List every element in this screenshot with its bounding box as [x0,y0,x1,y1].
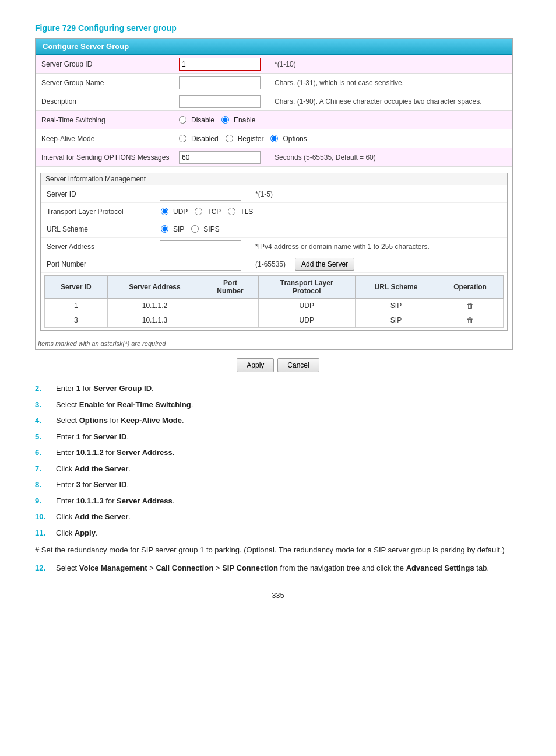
transport-radios: UDP TCP TLS [157,205,507,218]
table-row: 1 10.1.1.2 UDP SIP 🗑 [45,299,504,313]
cell-server-id: 3 [45,313,108,328]
tls-label[interactable]: TLS [240,208,253,216]
col-server-id: Server ID [45,276,108,299]
step12-bold3: SIP Connection [222,564,278,572]
cell-operation[interactable]: 🗑 [437,299,504,313]
note-text: # Set the redundancy mode for SIP server… [35,544,521,556]
interval-input[interactable] [179,151,261,164]
server-address-hint: *IPv4 address or domain name with 1 to 2… [251,242,507,252]
step12-bold4: Advanced Settings [406,564,474,572]
server-address-label: Server Address [41,240,157,253]
step-text: Enter 3 for Server ID. [56,479,521,491]
url-scheme-radios: SIP SIPS [157,223,507,236]
instruction-item: 8.Enter 3 for Server ID. [35,479,521,491]
udp-radio-group: UDP [157,205,191,218]
footnote: Items marked with an asterisk(*) are req… [38,340,512,347]
col-port-number: PortNumber [202,276,258,299]
step12-sep1: > [147,564,156,572]
real-time-switching-label: Real-Time Switching [36,114,175,127]
cell-port [202,299,258,313]
step12-text: Select Voice Management > Call Connectio… [56,562,521,574]
keep-alive-options-label[interactable]: Options [283,135,307,143]
figure-title: Figure 729 Configuring server group [35,23,521,33]
udp-radio[interactable] [161,208,168,215]
cell-operation[interactable]: 🗑 [437,313,504,328]
step-text: Click Apply. [56,527,521,539]
server-id-hint: *(1-5) [251,189,507,200]
server-group-id-label: Server Group ID [36,58,175,71]
apply-button[interactable]: Apply [237,358,274,372]
keep-alive-register-label[interactable]: Register [238,135,264,143]
keep-alive-disabled-radio[interactable] [179,135,186,142]
real-time-disable-label[interactable]: Disable [191,116,214,124]
step-text: Click Add the Server. [56,463,521,475]
disable-radio-group: Disable [175,114,218,127]
description-input[interactable] [179,95,261,108]
server-table-wrapper: Server ID Server Address PortNumber Tran… [44,275,504,328]
form-header: Configure Server Group [36,39,512,55]
udp-label[interactable]: UDP [173,208,188,216]
description-row: Description Chars. (1-90). A Chinese cha… [36,92,512,111]
cell-url: SIP [355,299,437,313]
server-group-id-hint: *(1-10) [269,59,512,69]
port-number-hint: (1-65535) Add the Server [251,257,507,272]
real-time-disable-radio[interactable] [179,116,186,124]
enable-radio-group: Enable [218,114,259,127]
add-server-button[interactable]: Add the Server [295,258,354,271]
url-scheme-row: URL Scheme SIP SIPS [41,220,507,238]
keep-alive-row: Keep-Alive Mode Disabled Register Option… [36,130,512,148]
real-time-switching-row: Real-Time Switching Disable Enable [36,111,512,130]
cancel-button[interactable]: Cancel [277,358,319,372]
instructions: 2.Enter 1 for Server Group ID.3.Select E… [35,383,521,538]
keep-alive-radios: Disabled Register Options [175,132,512,145]
server-group-name-row: Server Group Name Chars. (1-31), which i… [36,74,512,92]
tls-radio[interactable] [228,208,235,215]
col-transport: Transport LayerProtocol [258,276,355,299]
port-number-input[interactable] [160,258,241,271]
sub-section-title: Server Information Management [41,173,507,186]
step-num: 2. [35,383,56,394]
step-num: 7. [35,463,56,475]
port-number-label: Port Number [41,258,157,271]
tcp-radio-group: TCP [191,205,224,218]
server-id-input[interactable] [160,188,241,201]
keep-alive-disabled-label[interactable]: Disabled [191,135,219,143]
server-group-id-input[interactable] [179,58,261,71]
keep-alive-register-radio[interactable] [226,135,233,142]
step-num: 9. [35,495,56,507]
real-time-enable-radio[interactable] [221,116,229,124]
server-id-label: Server ID [41,188,157,201]
sips-radio[interactable] [191,225,199,233]
sips-label[interactable]: SIPS [203,225,219,233]
server-address-row: Server Address *IPv4 address or domain n… [41,238,507,256]
tcp-radio[interactable] [195,208,202,215]
instruction-item: 3.Select Enable for Real-Time Switching. [35,399,521,411]
server-address-input[interactable] [160,240,241,253]
server-group-name-hint: Chars. (1-31), which is not case sensiti… [269,78,512,88]
interval-row: Interval for Sending OPTIONS Messages Se… [36,148,512,167]
real-time-enable-label[interactable]: Enable [234,116,255,124]
real-time-switching-radios: Disable Enable [175,114,512,127]
server-group-name-input[interactable] [179,76,261,89]
step-text: Enter 10.1.1.2 for Server Address. [56,447,521,459]
interval-hint: Seconds (5-65535, Default = 60) [269,152,512,163]
description-input-wrapper [175,94,269,109]
cell-server-address: 10.1.1.2 [107,299,202,313]
keep-alive-options-radio[interactable] [270,135,278,142]
col-operation: Operation [437,276,504,299]
step-num: 3. [35,399,56,411]
step-text: Enter 1 for Server Group ID. [56,383,521,394]
tcp-label[interactable]: TCP [207,208,221,216]
sip-label[interactable]: SIP [173,225,184,233]
server-group-name-input-wrapper [175,75,269,90]
sip-radio[interactable] [161,225,168,233]
step12-text-plain: Select [56,564,79,572]
instruction-item: 5.Enter 1 for Server ID. [35,431,521,443]
instruction-item: 11.Click Apply. [35,527,521,539]
options-radio-group: Options [267,132,310,145]
step12-text3: tab. [474,564,489,572]
step-text: Enter 10.1.1.3 for Server Address. [56,495,521,507]
instruction-item: 10.Click Add the Server. [35,511,521,523]
instruction-item: 6.Enter 10.1.1.2 for Server Address. [35,447,521,459]
server-info-section: Server Information Management Server ID … [40,173,508,331]
